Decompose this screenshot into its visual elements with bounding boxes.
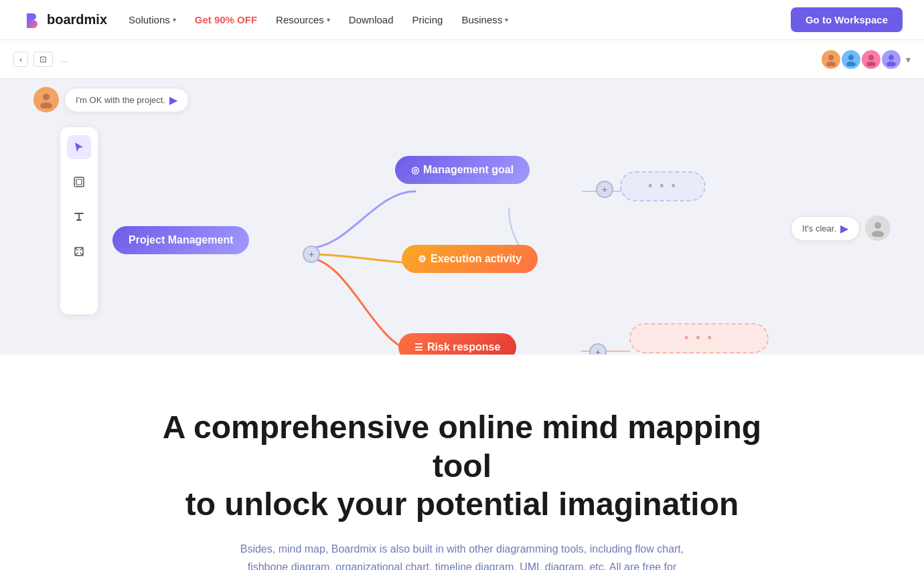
logo[interactable]: boardmix <box>21 9 107 31</box>
nav-links: Solutions ▾ Get 90% OFF Resources ▾ Down… <box>129 14 508 25</box>
svg-point-3 <box>848 55 854 60</box>
plus-button-risk[interactable]: + <box>589 343 607 355</box>
avatar-1 <box>822 50 840 69</box>
navbar-left: boardmix Solutions ▾ Get 90% OFF Resourc… <box>21 9 508 31</box>
nav-download[interactable]: Download <box>349 14 394 25</box>
demo-expand-button[interactable]: ▾ <box>906 54 911 65</box>
node-management-goal[interactable]: ◎ Management goal <box>395 156 530 184</box>
nav-pricing[interactable]: Pricing <box>412 14 443 25</box>
nav-promo[interactable]: Get 90% OFF <box>195 14 257 25</box>
demo-breadcrumb: ... <box>61 54 68 64</box>
content-section: A comprehensive online mind mapping tool… <box>0 355 924 570</box>
nav-resources[interactable]: Resources ▾ <box>276 14 330 25</box>
svg-point-6 <box>866 62 876 66</box>
plus-button-management[interactable]: + <box>596 181 613 198</box>
gear-icon: ⚙ <box>418 254 427 264</box>
nav-business[interactable]: Business ▾ <box>461 14 508 25</box>
go-to-workspace-button[interactable]: Go to Workspace <box>791 7 903 32</box>
chevron-down-icon: ▾ <box>327 16 330 23</box>
svg-point-7 <box>889 55 894 60</box>
node-project-management[interactable]: Project Management <box>112 226 249 254</box>
demo-area: ‹ ⊡ ... ▾ <box>0 40 924 355</box>
document-icon: ☰ <box>414 342 423 353</box>
svg-point-4 <box>846 62 856 66</box>
avatar-4 <box>882 50 901 69</box>
demo-topbar-left: ‹ ⊡ ... <box>13 52 68 67</box>
svg-point-1 <box>828 55 834 60</box>
svg-point-5 <box>868 55 874 60</box>
node-execution-activity[interactable]: ⚙ Execution activity <box>402 245 538 273</box>
headline: A comprehensive online mind mapping tool… <box>161 408 763 524</box>
avatar-2 <box>842 50 860 69</box>
subtext: Bsides, mind map, Boardmix is also built… <box>234 540 690 570</box>
chevron-down-icon: ▾ <box>173 16 176 23</box>
node-risk-response[interactable]: ☰ Risk response <box>398 333 516 355</box>
nav-solutions[interactable]: Solutions ▾ <box>129 14 176 25</box>
demo-home-button[interactable]: ⊡ <box>33 52 53 67</box>
svg-point-2 <box>826 62 836 66</box>
mindmap-canvas: Project Management + ◎ Management goal +… <box>0 79 924 355</box>
demo-nav-controls: ‹ ⊡ ... <box>13 52 68 67</box>
demo-back-button[interactable]: ‹ <box>13 52 28 67</box>
placeholder-node-1: • • • <box>620 171 706 201</box>
placeholder-node-2: • • • <box>629 323 769 353</box>
navbar: boardmix Solutions ▾ Get 90% OFF Resourc… <box>0 0 924 40</box>
chevron-down-icon: ▾ <box>505 16 508 23</box>
demo-topbar: ‹ ⊡ ... ▾ <box>0 40 924 79</box>
plus-button-project[interactable]: + <box>303 246 320 263</box>
target-icon: ◎ <box>411 165 419 175</box>
avatar-group <box>822 50 901 69</box>
svg-point-8 <box>887 62 896 66</box>
logo-text: boardmix <box>47 12 107 27</box>
avatar-3 <box>862 50 880 69</box>
mindmap-connections <box>0 79 924 355</box>
logo-icon <box>21 9 43 31</box>
demo-topbar-right: ▾ <box>822 50 911 69</box>
